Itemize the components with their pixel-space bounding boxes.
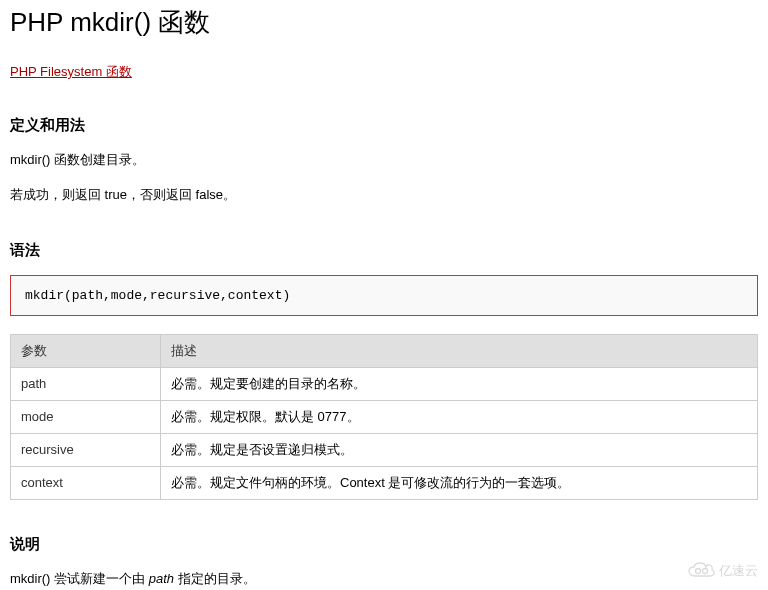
table-row: recursive 必需。规定是否设置递归模式。 (11, 433, 758, 466)
desc-cell: 必需。规定文件句柄的环境。Context 是可修改流的行为的一套选项。 (161, 466, 758, 499)
params-table: 参数 描述 path 必需。规定要创建的目录的名称。 mode 必需。规定权限。… (10, 334, 758, 500)
definition-text-1: mkdir() 函数创建目录。 (10, 150, 758, 171)
param-cell: context (11, 466, 161, 499)
filesystem-link[interactable]: PHP Filesystem 函数 (10, 64, 132, 79)
definition-text-2: 若成功，则返回 true，否则返回 false。 (10, 185, 758, 206)
table-row: path 必需。规定要创建的目录的名称。 (11, 367, 758, 400)
desc-cell: 必需。规定权限。默认是 0777。 (161, 400, 758, 433)
page-title: PHP mkdir() 函数 (10, 5, 758, 40)
explain-heading: 说明 (10, 535, 758, 554)
table-header-row: 参数 描述 (11, 334, 758, 367)
cloud-icon (687, 562, 715, 580)
syntax-heading: 语法 (10, 241, 758, 260)
svg-point-0 (696, 569, 701, 574)
table-row: context 必需。规定文件句柄的环境。Context 是可修改流的行为的一套… (11, 466, 758, 499)
desc-cell: 必需。规定要创建的目录的名称。 (161, 367, 758, 400)
table-row: mode 必需。规定权限。默认是 0777。 (11, 400, 758, 433)
svg-point-1 (703, 569, 708, 574)
table-header-param: 参数 (11, 334, 161, 367)
param-cell: path (11, 367, 161, 400)
desc-cell: 必需。规定是否设置递归模式。 (161, 433, 758, 466)
param-cell: recursive (11, 433, 161, 466)
watermark: 亿速云 (687, 562, 758, 580)
italic-path: path (149, 571, 174, 586)
table-header-desc: 描述 (161, 334, 758, 367)
syntax-code-block: mkdir(path,mode,recursive,context) (10, 275, 758, 316)
explain-text-1: mkdir() 尝试新建一个由 path 指定的目录。 (10, 569, 758, 590)
definition-heading: 定义和用法 (10, 116, 758, 135)
watermark-text: 亿速云 (719, 562, 758, 580)
param-cell: mode (11, 400, 161, 433)
